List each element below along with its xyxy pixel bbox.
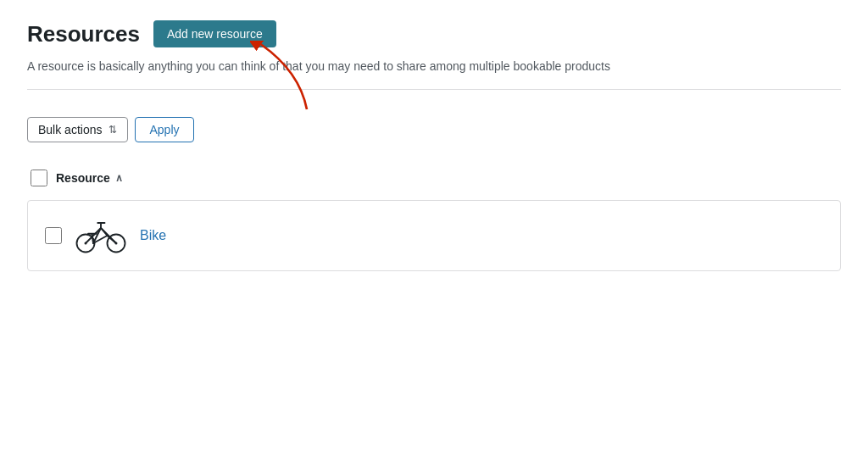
svg-point-12 [85,242,87,245]
bulk-actions-select[interactable]: Bulk actions ⇅ [27,117,128,142]
page-title: Resources [27,21,140,47]
table-header: Resource ∧ [27,163,841,193]
select-all-checkbox[interactable] [31,170,47,186]
resource-column-header[interactable]: Resource ∧ [56,171,123,185]
table-row: Bike [27,200,841,271]
add-new-resource-button[interactable]: Add new resource [153,20,276,47]
bulk-actions-label: Bulk actions [38,123,102,136]
bulk-actions-row: Bulk actions ⇅ Apply [27,117,841,142]
page-description: A resource is basically anything you can… [27,58,841,75]
apply-button[interactable]: Apply [135,117,193,142]
row-checkbox[interactable] [45,227,62,244]
svg-line-5 [101,228,108,236]
sort-ascending-icon: ∧ [115,172,123,184]
svg-point-13 [115,242,118,245]
bike-icon [75,214,126,257]
chevron-updown-icon: ⇅ [108,125,117,135]
section-divider [27,89,841,90]
resource-name-bike[interactable]: Bike [140,228,166,243]
